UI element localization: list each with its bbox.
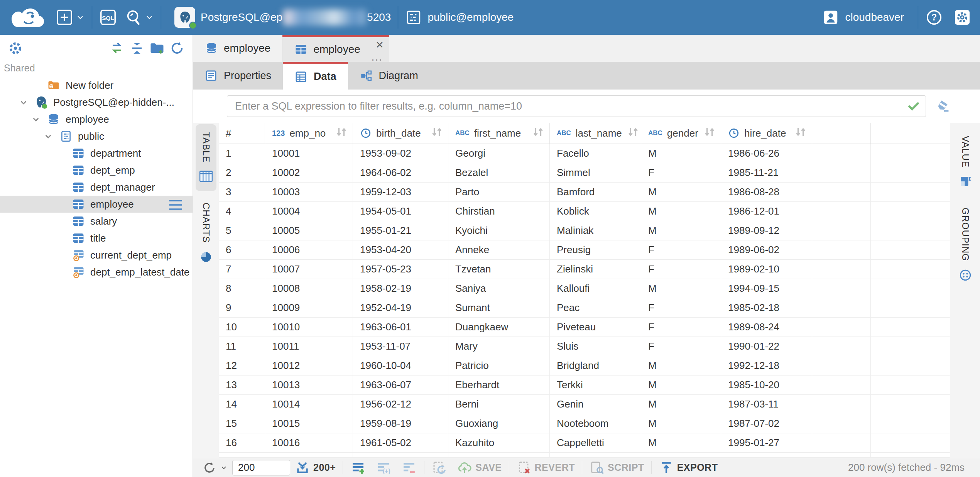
- data-cell[interactable]: 1961-05-02: [353, 433, 448, 452]
- new-connection-chevron-icon[interactable]: [76, 13, 85, 22]
- panel-tab-grouping[interactable]: GROUPING: [955, 200, 976, 290]
- data-cell[interactable]: 1964-06-02: [353, 163, 448, 182]
- row-limit-input[interactable]: [232, 460, 290, 475]
- data-cell[interactable]: M: [641, 433, 721, 452]
- data-cell[interactable]: 1987-07-02: [721, 414, 812, 433]
- data-cell-empty[interactable]: [812, 163, 871, 182]
- close-tab-icon[interactable]: ×: [376, 38, 384, 51]
- data-cell[interactable]: 10013: [265, 376, 353, 394]
- data-cell[interactable]: Nooteboom: [550, 414, 641, 433]
- sort-arrows-icon[interactable]: [627, 126, 640, 140]
- row-number-cell[interactable]: 10: [219, 318, 265, 337]
- data-cell[interactable]: M: [641, 221, 721, 240]
- data-cell[interactable]: 1989-09-12: [721, 221, 812, 240]
- data-cell[interactable]: Koblick: [550, 202, 641, 221]
- data-cell[interactable]: 1990-01-22: [721, 337, 812, 356]
- tree-item-dept_manager[interactable]: dept_manager: [0, 179, 193, 196]
- sort-arrows-icon[interactable]: [335, 126, 348, 140]
- user-name-label[interactable]: cloudbeaver: [845, 11, 904, 24]
- data-cell[interactable]: 10005: [265, 221, 353, 240]
- tree-item-dept_emp[interactable]: dept_emp: [0, 162, 193, 179]
- data-cell-empty[interactable]: [812, 414, 871, 433]
- data-cell[interactable]: 1963-06-01: [353, 318, 448, 337]
- sort-arrows-icon[interactable]: [532, 126, 545, 140]
- row-number-cell[interactable]: 4: [219, 202, 265, 221]
- data-cell[interactable]: M: [641, 356, 721, 375]
- data-cell[interactable]: 10003: [265, 183, 353, 201]
- presentation-tab-charts[interactable]: CHARTS: [196, 195, 216, 271]
- data-cell-empty[interactable]: [812, 318, 871, 337]
- tree-item-salary[interactable]: salary: [0, 213, 193, 230]
- script-button[interactable]: SCRIPT: [589, 460, 644, 475]
- tree-expand-chevron-icon[interactable]: [42, 130, 59, 143]
- data-cell[interactable]: 10002: [265, 163, 353, 182]
- data-cell[interactable]: Preusig: [550, 240, 641, 259]
- data-cell[interactable]: Duangkaew: [448, 318, 550, 337]
- data-cell-empty[interactable]: [812, 240, 871, 259]
- data-cell[interactable]: 10014: [265, 395, 353, 414]
- data-cell[interactable]: 1994-09-15: [721, 279, 812, 298]
- tab-properties[interactable]: Properties: [193, 62, 283, 90]
- data-cell[interactable]: Sumant: [448, 298, 550, 317]
- refresh-tree-icon[interactable]: [167, 38, 187, 58]
- row-number-cell[interactable]: 7: [219, 260, 265, 279]
- settings-button[interactable]: [953, 8, 972, 27]
- data-cell[interactable]: 1986-12-01: [721, 202, 812, 221]
- column-header-last_name[interactable]: ABClast_name: [550, 123, 641, 144]
- data-cell[interactable]: 1954-05-01: [353, 202, 448, 221]
- data-cell[interactable]: 1956-02-12: [353, 395, 448, 414]
- tree-item-public[interactable]: public: [0, 128, 193, 145]
- data-cell[interactable]: 1953-11-07: [353, 337, 448, 356]
- data-cell[interactable]: Saniya: [448, 279, 550, 298]
- data-cell[interactable]: F: [641, 240, 721, 259]
- data-cell[interactable]: Anneke: [448, 240, 550, 259]
- data-cell[interactable]: 1953-04-20: [353, 240, 448, 259]
- presentation-tab-table[interactable]: TABLE: [196, 124, 216, 191]
- schema-selector-label[interactable]: public@employee: [427, 11, 514, 24]
- item-context-menu-icon[interactable]: [167, 198, 184, 213]
- data-cell[interactable]: M: [641, 183, 721, 201]
- data-cell[interactable]: Sluis: [550, 337, 641, 356]
- refresh-data-button[interactable]: [202, 460, 228, 475]
- data-cell[interactable]: M: [641, 202, 721, 221]
- row-number-cell[interactable]: 3: [219, 183, 265, 201]
- data-cell[interactable]: 1992-12-18: [721, 356, 812, 375]
- sort-arrows-icon[interactable]: [430, 126, 443, 140]
- data-cell[interactable]: 10006: [265, 240, 353, 259]
- row-number-cell[interactable]: 15: [219, 414, 265, 433]
- data-cell[interactable]: Kalloufi: [550, 279, 641, 298]
- export-button[interactable]: EXPORT: [659, 460, 718, 475]
- sort-arrows-icon[interactable]: [794, 126, 807, 140]
- row-number-cell[interactable]: 12: [219, 356, 265, 375]
- editor-tab-employee[interactable]: employee: [193, 35, 282, 62]
- tab-diagram[interactable]: Diagram: [348, 62, 430, 90]
- row-number-cell[interactable]: 2: [219, 163, 265, 182]
- row-number-cell[interactable]: 6: [219, 240, 265, 259]
- driver-chevron-icon[interactable]: [145, 13, 154, 22]
- data-cell[interactable]: 1953-09-02: [353, 144, 448, 163]
- save-button[interactable]: SAVE: [457, 460, 502, 475]
- data-cell-empty[interactable]: [812, 183, 871, 201]
- row-number-cell[interactable]: 11: [219, 337, 265, 356]
- data-cell[interactable]: Facello: [550, 144, 641, 163]
- data-cell-empty[interactable]: [812, 260, 871, 279]
- data-cell[interactable]: 1985-10-20: [721, 376, 812, 394]
- new-connection-button[interactable]: [56, 8, 73, 26]
- data-cell[interactable]: 10001: [265, 144, 353, 163]
- data-cell-empty[interactable]: [812, 279, 871, 298]
- panel-tab-value[interactable]: VALUE: [955, 128, 976, 196]
- data-cell[interactable]: 10010: [265, 318, 353, 337]
- schema-selector-icon[interactable]: [405, 9, 422, 26]
- driver-manager-icon[interactable]: [125, 8, 142, 26]
- fetch-more-button[interactable]: 200+: [295, 460, 336, 475]
- data-cell[interactable]: 10007: [265, 260, 353, 279]
- data-cell[interactable]: 10015: [265, 414, 353, 433]
- tree-item-current_dept_emp[interactable]: current_dept_emp: [0, 247, 193, 264]
- data-cell[interactable]: Kazuhito: [448, 433, 550, 452]
- data-cell[interactable]: Berni: [448, 395, 550, 414]
- data-cell[interactable]: 1958-02-19: [353, 279, 448, 298]
- editor-tab-employee[interactable]: employee×...: [282, 35, 389, 62]
- data-cell[interactable]: Kyoichi: [448, 221, 550, 240]
- data-cell[interactable]: Chirstian: [448, 202, 550, 221]
- data-cell[interactable]: M: [641, 144, 721, 163]
